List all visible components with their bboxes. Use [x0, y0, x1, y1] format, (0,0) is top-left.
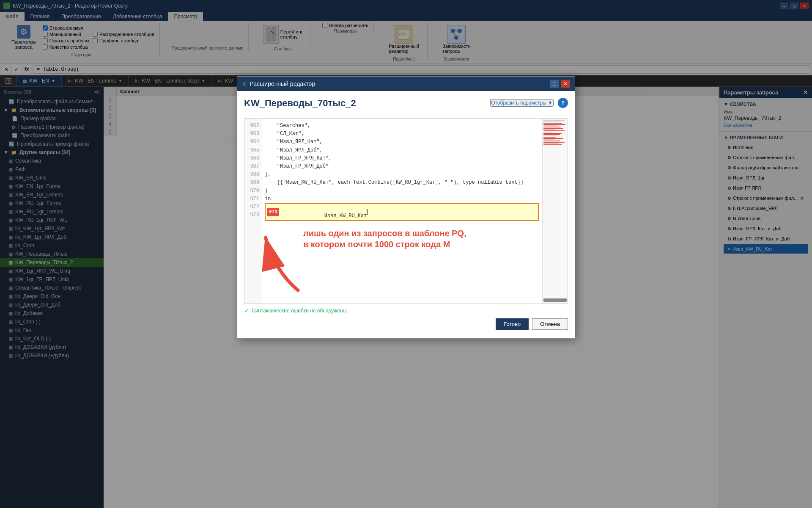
- line-numbers: 962 963 964 965 966 967 968 969 970 971 …: [244, 119, 261, 304]
- cancel-button[interactable]: Отмена: [532, 318, 568, 330]
- code-editor-text[interactable]: "Searches", "СЛ_Кат", "Извл_ЯРЛ_Кат", "И…: [261, 119, 542, 224]
- code-line-967: "Извл_ГР_ЯРЛ_Доб": [265, 163, 539, 171]
- modal-titlebar: X Расширенный редактор □ ✕: [237, 77, 575, 91]
- code-content[interactable]: "Searches", "СЛ_Кат", "Извл_ЯРЛ_Кат", "И…: [261, 119, 542, 304]
- modal-overlay: X Расширенный редактор □ ✕ KW_Переводы_7…: [0, 0, 812, 508]
- check-icon: ✓: [244, 307, 249, 314]
- done-button[interactable]: Готово: [496, 318, 529, 330]
- modal-status: ✓ Синтаксические ошибки не обнаружены.: [244, 307, 568, 314]
- scrollbar-thumb[interactable]: [543, 298, 567, 302]
- code-line-965: "Извл_ЯРЛ_Доб",: [265, 146, 539, 155]
- code-line-973: 973 Извл_KW_RU_Кат: [265, 203, 539, 221]
- line-973-box: 973: [267, 208, 279, 216]
- modal-footer: ✓ Синтаксические ошибки не обнаружены. Г…: [244, 304, 568, 331]
- modal-actions: Готово Отмена: [244, 318, 568, 330]
- display-params-btn[interactable]: Отобразить параметры ▼: [490, 99, 554, 107]
- code-line-968: },: [265, 171, 539, 179]
- modal-excel-icon: X: [242, 80, 246, 87]
- modal-close-btn[interactable]: ✕: [561, 80, 570, 88]
- code-line-963: "СЛ_Кат",: [265, 130, 539, 138]
- code-line-964: "Извл_ЯРЛ_Кат",: [265, 138, 539, 146]
- code-minimap: [542, 119, 568, 304]
- modal-body: KW_Переводы_70тыс_2 Отобразить параметры…: [237, 91, 575, 338]
- cursor: [367, 209, 368, 215]
- code-line-962: "Searches",: [265, 122, 539, 130]
- modal-query-title: KW_Переводы_70тыс_2: [244, 98, 356, 109]
- code-area: 962 963 964 965 966 967 968 969 970 971 …: [244, 118, 568, 304]
- modal-maximize-btn[interactable]: □: [550, 80, 559, 88]
- code-line-972: in: [265, 195, 539, 203]
- advanced-editor-modal: X Расширенный редактор □ ✕ KW_Переводы_7…: [237, 76, 575, 339]
- code-line-970: ): [265, 187, 539, 195]
- help-btn[interactable]: ?: [558, 98, 568, 108]
- minimap-lines: [543, 120, 567, 297]
- code-line-966: "Извл_ГР_ЯРЛ_Кат",: [265, 155, 539, 163]
- code-line-969: {{"Извл_KW_RU_Кат", each Text.Combine([K…: [265, 179, 539, 187]
